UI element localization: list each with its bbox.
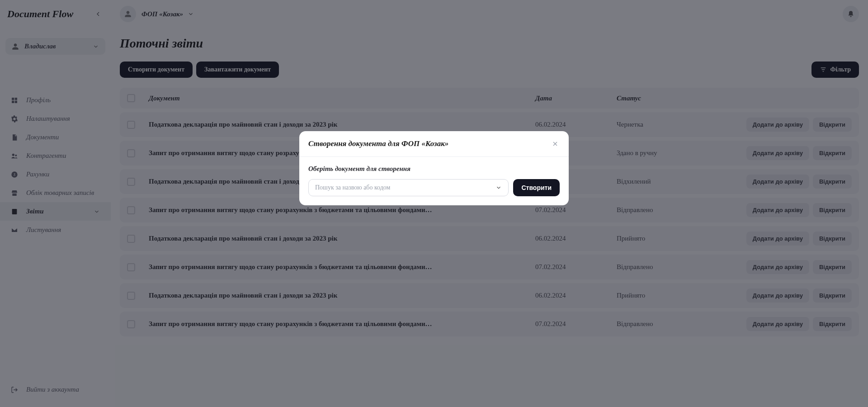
modal-body: Оберіть документ для створення Пошук за … — [299, 157, 569, 205]
document-type-select[interactable]: Пошук за назвою або кодом — [308, 179, 509, 196]
modal-header: Створення документа для ФОП «Козак» — [299, 131, 569, 157]
modal-field-label: Оберіть документ для створення — [308, 165, 560, 173]
modal-submit-button[interactable]: Створити — [513, 179, 560, 196]
create-document-modal: Створення документа для ФОП «Козак» Обер… — [299, 131, 569, 205]
chevron-down-icon — [495, 185, 502, 191]
close-icon — [552, 140, 559, 147]
modal-title: Створення документа для ФОП «Козак» — [308, 139, 551, 148]
modal-overlay[interactable]: Створення документа для ФОП «Козак» Обер… — [0, 0, 868, 407]
modal-form-row: Пошук за назвою або кодом Створити — [308, 179, 560, 196]
modal-close-button[interactable] — [551, 139, 560, 148]
select-placeholder: Пошук за назвою або кодом — [315, 184, 495, 191]
